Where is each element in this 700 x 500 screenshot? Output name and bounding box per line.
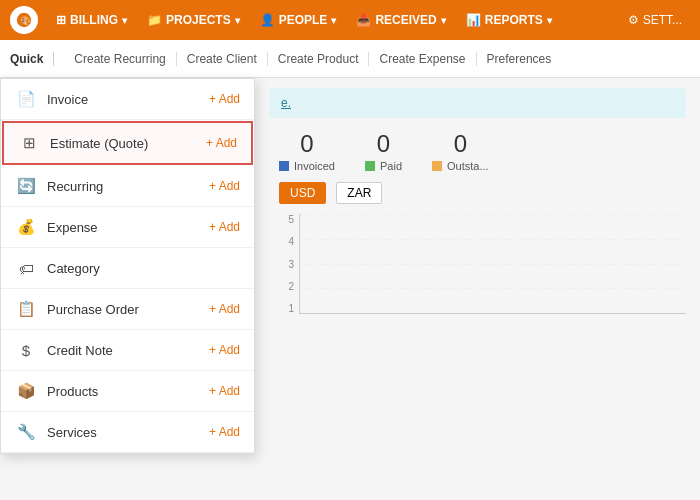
paid-dot — [365, 161, 375, 171]
recurring-label: Recurring — [47, 179, 209, 194]
expense-add[interactable]: + Add — [209, 220, 240, 234]
currency-row: USD ZAR — [269, 182, 686, 204]
outstanding-label: Outsta... — [447, 160, 489, 172]
dropdown-item-products[interactable]: 📦 Products + Add — [1, 371, 254, 412]
outstanding-label-row: Outsta... — [432, 160, 489, 172]
services-add[interactable]: + Add — [209, 425, 240, 439]
projects-icon: 📁 — [147, 13, 162, 27]
expense-icon: 💰 — [15, 216, 37, 238]
expense-label: Expense — [47, 220, 209, 235]
outstanding-dot — [432, 161, 442, 171]
projects-chevron-icon: ▾ — [235, 15, 240, 26]
paid-label-row: Paid — [365, 160, 402, 172]
estimate-icon: ⊞ — [18, 132, 40, 154]
quick-add-dropdown: 📄 Invoice + Add ⊞ Estimate (Quote) + Add… — [0, 78, 255, 454]
chart-area: 5 4 3 2 1 — [269, 214, 686, 314]
nav-reports[interactable]: 📊 REPORTS ▾ — [458, 7, 560, 33]
received-icon: 📥 — [356, 13, 371, 27]
nav-people[interactable]: 👤 PEOPLE ▾ — [252, 7, 345, 33]
invoiced-value: 0 — [279, 130, 335, 158]
dropdown-item-expense[interactable]: 💰 Expense + Add — [1, 207, 254, 248]
outstanding-value: 0 — [432, 130, 489, 158]
products-icon: 📦 — [15, 380, 37, 402]
dropdown-item-invoice[interactable]: 📄 Invoice + Add — [1, 79, 254, 120]
paid-value: 0 — [365, 130, 402, 158]
people-icon: 👤 — [260, 13, 275, 27]
dropdown-item-purchase-order[interactable]: 📋 Purchase Order + Add — [1, 289, 254, 330]
stat-outstanding: 0 Outsta... — [432, 130, 489, 172]
stats-row: 0 Invoiced 0 Paid 0 Outsta... — [269, 130, 686, 172]
quick-label: Quick — [10, 52, 54, 66]
subnav-preferences[interactable]: Preferences — [477, 52, 562, 66]
subnav-create-expense[interactable]: Create Expense — [369, 52, 476, 66]
estimate-label: Estimate (Quote) — [50, 136, 206, 151]
dropdown-item-credit-note[interactable]: $ Credit Note + Add — [1, 330, 254, 371]
recurring-icon: 🔄 — [15, 175, 37, 197]
grid-line-2 — [300, 288, 686, 289]
reports-chevron-icon: ▾ — [547, 15, 552, 26]
sub-navigation: Quick Create Recurring Create Client Cre… — [0, 40, 700, 78]
stat-invoiced: 0 Invoiced — [279, 130, 335, 172]
dropdown-item-recurring[interactable]: 🔄 Recurring + Add — [1, 166, 254, 207]
category-icon: 🏷 — [15, 257, 37, 279]
grid-line-5 — [300, 214, 686, 215]
invoice-icon: 📄 — [15, 88, 37, 110]
currency-zar[interactable]: ZAR — [336, 182, 382, 204]
grid-line-3 — [300, 264, 686, 265]
credit-note-icon: $ — [15, 339, 37, 361]
settings-nav[interactable]: ⚙ SETT... — [620, 7, 690, 33]
invoice-label: Invoice — [47, 92, 209, 107]
billing-chevron-icon: ▾ — [122, 15, 127, 26]
dropdown-item-estimate[interactable]: ⊞ Estimate (Quote) + Add — [2, 121, 253, 165]
dropdown-item-services[interactable]: 🔧 Services + Add — [1, 412, 254, 453]
subnav-create-recurring[interactable]: Create Recurring — [64, 52, 176, 66]
dropdown-item-category[interactable]: 🏷 Category — [1, 248, 254, 289]
credit-note-label: Credit Note — [47, 343, 209, 358]
invoiced-label-row: Invoiced — [279, 160, 335, 172]
services-icon: 🔧 — [15, 421, 37, 443]
purchase-order-add[interactable]: + Add — [209, 302, 240, 316]
received-chevron-icon: ▾ — [441, 15, 446, 26]
estimate-add[interactable]: + Add — [206, 136, 237, 150]
nav-projects[interactable]: 📁 PROJECTS ▾ — [139, 7, 248, 33]
invoiced-label: Invoiced — [294, 160, 335, 172]
top-navigation: 🎨 ⊞ BILLING ▾ 📁 PROJECTS ▾ 👤 PEOPLE ▾ 📥 … — [0, 0, 700, 40]
paid-label: Paid — [380, 160, 402, 172]
invoice-add[interactable]: + Add — [209, 92, 240, 106]
settings-icon: ⚙ — [628, 13, 639, 27]
content-panel: e. 0 Invoiced 0 Paid 0 — [255, 78, 700, 500]
main-content: 📄 Invoice + Add ⊞ Estimate (Quote) + Add… — [0, 78, 700, 500]
invoiced-dot — [279, 161, 289, 171]
category-label: Category — [47, 261, 240, 276]
subnav-create-product[interactable]: Create Product — [268, 52, 370, 66]
stat-paid: 0 Paid — [365, 130, 402, 172]
billing-icon: ⊞ — [56, 13, 66, 27]
svg-text:🎨: 🎨 — [20, 15, 32, 27]
purchase-order-icon: 📋 — [15, 298, 37, 320]
info-banner: e. — [269, 88, 686, 118]
purchase-order-label: Purchase Order — [47, 302, 209, 317]
nav-received[interactable]: 📥 RECEIVED ▾ — [348, 7, 453, 33]
reports-icon: 📊 — [466, 13, 481, 27]
subnav-create-client[interactable]: Create Client — [177, 52, 268, 66]
chart-y-axis: 5 4 3 2 1 — [279, 214, 294, 314]
app-logo: 🎨 — [10, 6, 38, 34]
nav-billing[interactable]: ⊞ BILLING ▾ — [48, 7, 135, 33]
recurring-add[interactable]: + Add — [209, 179, 240, 193]
products-label: Products — [47, 384, 209, 399]
services-label: Services — [47, 425, 209, 440]
credit-note-add[interactable]: + Add — [209, 343, 240, 357]
products-add[interactable]: + Add — [209, 384, 240, 398]
currency-usd[interactable]: USD — [279, 182, 326, 204]
info-banner-link[interactable]: e. — [281, 96, 291, 110]
grid-line-4 — [300, 239, 686, 240]
chart-grid — [299, 214, 686, 314]
people-chevron-icon: ▾ — [331, 15, 336, 26]
